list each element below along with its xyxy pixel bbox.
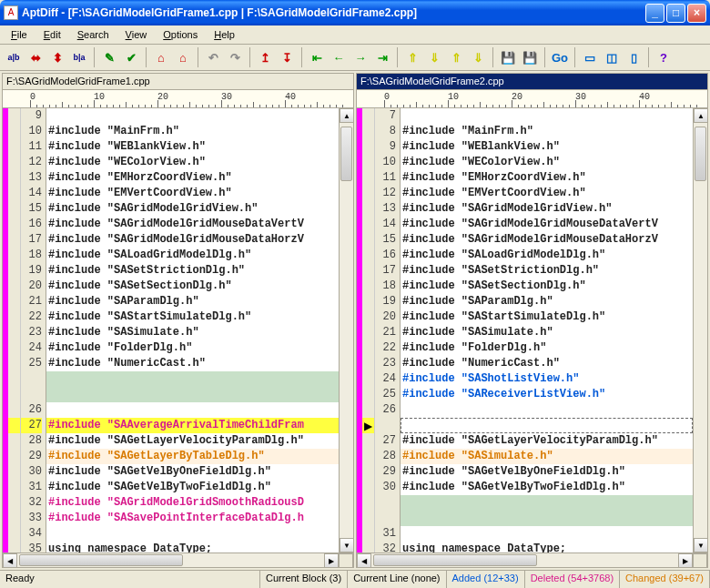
next-icon[interactable]: → [350, 47, 370, 67]
mark-icon[interactable]: ✎ [99, 47, 119, 67]
minimize-button[interactable]: _ [645, 4, 664, 23]
code-line[interactable] [401, 495, 693, 511]
code-line[interactable] [401, 418, 693, 433]
compare-icon[interactable]: a|b [4, 47, 24, 67]
code-line[interactable]: #include "EMHorzCoordView.h" [401, 170, 693, 186]
code-line[interactable]: using namespace DataType; [46, 542, 339, 553]
code-line[interactable]: #include "WEColorView.h" [46, 155, 339, 170]
go-icon[interactable]: Go [550, 47, 570, 67]
code-line[interactable] [401, 402, 693, 418]
code-line[interactable]: #include "FolderDlg.h" [46, 340, 339, 356]
layout-single-icon[interactable]: ▯ [624, 47, 644, 67]
code-line[interactable]: #include "SAStartSimulateDlg.h" [401, 309, 693, 325]
left-file-path[interactable]: F:\SAGridModelGridFrame1.cpp [3, 74, 353, 90]
code-line[interactable] [46, 526, 339, 542]
switch-icon[interactable]: b|a [69, 47, 89, 67]
code-line[interactable]: #include "SAGridModelGridMouseDataVertV [46, 217, 339, 232]
code-line[interactable]: #include "WEColorView.h" [401, 155, 693, 170]
close-button[interactable]: × [687, 4, 706, 23]
code-line[interactable]: #include "EMHorzCoordView.h" [46, 170, 339, 186]
compare-h-icon[interactable]: ⬌ [25, 47, 46, 67]
code-line[interactable]: #include "SAGridModelGridSmoothRadiousD [46, 495, 339, 511]
code-line[interactable]: #include "SALoadGridModelDlg.h" [401, 248, 693, 263]
code-line[interactable]: #include "SAGridModelGridView.h" [401, 201, 693, 217]
code-line[interactable]: #include "SASimulate.h" [401, 449, 693, 464]
menu-view[interactable]: View [118, 27, 155, 42]
code-line[interactable] [46, 387, 339, 402]
code-line[interactable]: #include "SASetStrictionDlg.h" [401, 263, 693, 279]
mark2-icon[interactable]: ✔ [121, 47, 141, 67]
compare-v-icon[interactable]: ⬍ [47, 47, 67, 67]
maximize-button[interactable]: □ [666, 4, 685, 23]
code-line[interactable]: #include "SAGetVelByOneFieldDlg.h" [401, 464, 693, 480]
layout-h-icon[interactable]: ▭ [580, 47, 600, 67]
last-icon[interactable]: ⇥ [372, 47, 392, 67]
code-line[interactable] [46, 108, 339, 124]
code-line[interactable]: #include "SASetSectionDlg.h" [46, 279, 339, 294]
save-icon[interactable]: 💾 [498, 47, 518, 67]
code-line[interactable]: #include "SAGetLayerVelocityParamDlg.h" [401, 433, 693, 449]
code-line[interactable]: #include "EMVertCoordView.h" [46, 186, 339, 201]
layout-v-icon[interactable]: ◫ [602, 47, 622, 67]
code-line[interactable]: #include "SAParamDlg.h" [46, 294, 339, 309]
menu-edit[interactable]: Edit [36, 27, 68, 42]
code-line[interactable]: #include "SASetSectionDlg.h" [401, 279, 693, 294]
code-line[interactable]: #include "SAGridModelGridMouseDataVertV [401, 217, 693, 232]
code-line[interactable]: #include "SASetStrictionDlg.h" [46, 263, 339, 279]
code-line[interactable]: #include "SAParamDlg.h" [401, 294, 693, 309]
code-line[interactable]: #include "SALoadGridModelDlg.h" [46, 248, 339, 263]
code-line[interactable]: #include "SAGetVelByTwoFieldDlg.h" [46, 480, 339, 495]
code-line[interactable] [46, 371, 339, 387]
code-line[interactable]: #include "SASimulate.h" [46, 325, 339, 340]
code-line[interactable] [401, 526, 693, 542]
code-line[interactable]: #include "SAGridModelGridMouseDataHorzV [401, 232, 693, 248]
down2-icon[interactable]: ⇓ [468, 47, 488, 67]
right-vscrollbar[interactable]: ▲▼ [693, 108, 707, 553]
menu-help[interactable]: Help [207, 27, 242, 42]
code-line[interactable]: #include "SAGetLayerByTableDlg.h" [46, 449, 339, 464]
down-yellow-icon[interactable]: ⇓ [424, 47, 444, 67]
code-line[interactable] [46, 402, 339, 418]
code-line[interactable]: #include "SAShotListView.h" [401, 371, 693, 387]
redo-icon[interactable]: ↷ [225, 47, 245, 67]
menu-file[interactable]: File [4, 27, 35, 42]
left-hscrollbar[interactable]: ◀▶ [3, 553, 353, 567]
diff-down-icon[interactable]: ↧ [277, 47, 297, 67]
code-line[interactable]: #include "WEBlankView.h" [401, 139, 693, 155]
up2-icon[interactable]: ⇑ [446, 47, 466, 67]
code-line[interactable]: #include "MainFrm.h" [401, 124, 693, 139]
home-red-icon[interactable]: ⌂ [151, 47, 171, 67]
left-vscrollbar[interactable]: ▲▼ [339, 108, 353, 553]
prev-icon[interactable]: ← [329, 47, 349, 67]
undo-icon[interactable]: ↶ [203, 47, 223, 67]
diff-up-icon[interactable]: ↥ [255, 47, 275, 67]
right-file-path[interactable]: F:\SAGridModelGridFrame2.cpp [357, 74, 707, 90]
right-hscrollbar[interactable]: ◀▶ [357, 553, 707, 567]
code-line[interactable]: #include "SAGetVelByOneFieldDlg.h" [46, 464, 339, 480]
code-line[interactable]: #include "WEBlankView.h" [46, 139, 339, 155]
menu-search[interactable]: Search [70, 27, 117, 42]
code-line[interactable]: #include "SAGetVelByTwoFieldDlg.h" [401, 480, 693, 495]
menu-options[interactable]: Options [156, 27, 205, 42]
right-code[interactable]: #include "MainFrm.h"#include "WEBlankVie… [401, 108, 693, 553]
left-code[interactable]: #include "MainFrm.h"#include "WEBlankVie… [46, 108, 339, 553]
code-line[interactable]: #include "MainFrm.h" [46, 124, 339, 139]
first-icon[interactable]: ⇤ [307, 47, 327, 67]
code-line[interactable] [401, 108, 693, 124]
code-line[interactable]: #include "NumericCast.h" [46, 356, 339, 371]
code-line[interactable]: #include "SAStartSimulateDlg.h" [46, 309, 339, 325]
code-line[interactable]: #include "SAGridModelGridMouseDataHorzV [46, 232, 339, 248]
code-line[interactable]: #include "NumericCast.h" [401, 356, 693, 371]
code-line[interactable]: #include "SAGetLayerVelocityParamDlg.h" [46, 433, 339, 449]
code-line[interactable]: using namespace DataType; [401, 542, 693, 553]
code-line[interactable]: #include "SAAverageArrivalTimeChildFram [46, 418, 339, 433]
code-line[interactable] [401, 511, 693, 526]
up-yellow-icon[interactable]: ⇑ [402, 47, 422, 67]
home-blue-icon[interactable]: ⌂ [173, 47, 193, 67]
code-line[interactable]: #include "SASavePointInterfaceDataDlg.h [46, 511, 339, 526]
code-line[interactable]: #include "FolderDlg.h" [401, 340, 693, 356]
code-line[interactable]: #include "SAGridModelGridView.h" [46, 201, 339, 217]
code-line[interactable]: #include "SAReceiverListView.h" [401, 387, 693, 402]
help-icon[interactable]: ? [654, 47, 674, 67]
code-line[interactable]: #include "EMVertCoordView.h" [401, 186, 693, 201]
